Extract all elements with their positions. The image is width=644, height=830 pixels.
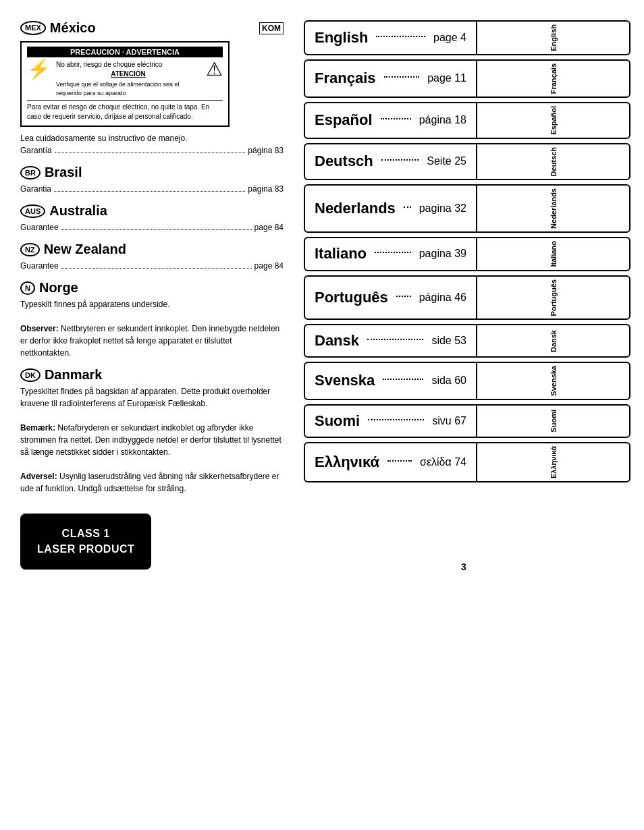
language-item-svenska[interactable]: Svenskasida 60Svenska (304, 362, 630, 400)
language-list: Englishpage 4EnglishFrançaispage 11Franç… (297, 13, 630, 557)
language-item-[interactable]: Ελληνικάσελίδα 74Ελληνικά (304, 442, 630, 482)
language-tab[interactable]: Italiano (476, 238, 629, 270)
newzealand-guarantee-line: Guarantee page 84 (20, 260, 284, 272)
language-name: English (315, 29, 368, 47)
mexico-badge: MEX (20, 21, 46, 34)
language-name: Deutsch (315, 153, 373, 170)
warning-text: No abrir, riesgo de choque eléctrico ATE… (56, 60, 200, 97)
language-page: σελίδα 74 (420, 456, 466, 468)
norge-heading: N Norge (20, 280, 284, 296)
brasil-title: Brasil (45, 165, 82, 180)
language-page: side 53 (431, 335, 466, 347)
australia-guarantee-line: Guarantee page 84 (20, 221, 284, 233)
language-tab[interactable]: Suomi (476, 406, 629, 437)
language-item-nederlands[interactable]: Nederlandspagina 32Nederlands (304, 184, 630, 233)
mexico-title: México (50, 20, 96, 36)
language-name: Italiano (315, 245, 367, 262)
language-tab[interactable]: Français (476, 61, 629, 96)
kom-label: KOM (259, 22, 284, 34)
attencion-title: ATENCIÓN (56, 70, 200, 79)
language-tab[interactable]: Español (476, 103, 629, 138)
page-container: MEX México KOM PRECAUCION · ADVERTENCIA … (14, 13, 630, 576)
language-item-suomi[interactable]: Suomisivu 67Suomi (304, 404, 630, 438)
language-tab[interactable]: Svenska (476, 363, 629, 399)
language-name: Svenska (315, 372, 375, 389)
danmark-title: Danmark (45, 367, 103, 383)
language-item-franais[interactable]: Françaispage 11Français (304, 59, 630, 98)
warning-triangle-icon: ⚠ (206, 60, 223, 79)
left-column: MEX México KOM PRECAUCION · ADVERTENCIA … (14, 13, 297, 576)
australia-title: Australia (49, 203, 107, 219)
language-page: pagina 39 (419, 248, 466, 260)
language-page: Seite 25 (427, 155, 466, 167)
language-item-dansk[interactable]: Danskside 53Dansk (304, 324, 630, 358)
language-name: Dansk (315, 332, 359, 350)
language-page: page 11 (427, 72, 466, 84)
lightning-icon: ⚡ (27, 60, 51, 79)
brasil-badge: BR (20, 166, 41, 179)
danmark-body: Typeskiltet findes på bagsidan af appara… (20, 385, 284, 495)
mexico-guarantee-line: Garantía página 83 (20, 144, 284, 157)
language-name: Nederlands (315, 200, 396, 217)
language-tab[interactable]: English (476, 22, 629, 54)
language-name: Ελληνικά (315, 453, 379, 471)
australia-heading: AUS Australia (20, 203, 284, 219)
right-column: Englishpage 4EnglishFrançaispage 11Franç… (297, 13, 630, 576)
language-item-english[interactable]: Englishpage 4English (304, 20, 630, 55)
warning-title: PRECAUCION · ADVERTENCIA (27, 47, 223, 57)
brasil-section: BR Brasil Garantia página 83 (20, 165, 284, 195)
language-name: Suomi (315, 412, 360, 430)
norge-body: Typeskilt finnes på apparatens underside… (20, 298, 284, 359)
language-page: página 46 (419, 292, 466, 304)
language-name: Español (315, 111, 373, 129)
language-page: page 4 (433, 32, 466, 44)
page-number: 3 (297, 557, 630, 576)
language-tab[interactable]: Ελληνικά (476, 443, 629, 481)
language-item-espaol[interactable]: Españolpágina 18Español (304, 102, 630, 139)
language-tab[interactable]: Deutsch (476, 144, 629, 179)
laser-product-box: CLASS 1 LASER PRODUCT (20, 514, 151, 570)
language-item-deutsch[interactable]: DeutschSeite 25Deutsch (304, 143, 630, 180)
brasil-guarantee-line: Garantia página 83 (20, 183, 284, 195)
mexico-section: MEX México KOM PRECAUCION · ADVERTENCIA … (20, 20, 284, 157)
language-page: pagina 32 (419, 202, 466, 215)
brasil-heading: BR Brasil (20, 165, 284, 180)
danmark-heading: DK Danmark (20, 367, 284, 383)
language-name: Français (315, 70, 376, 87)
norge-title: Norge (39, 280, 78, 296)
laser-product-text: CLASS 1 LASER PRODUCT (37, 526, 134, 557)
language-tab[interactable]: Nederlands (476, 186, 629, 231)
australia-section: AUS Australia Guarantee page 84 (20, 203, 284, 233)
newzealand-section: NZ New Zealand Guarantee page 84 (20, 242, 284, 272)
language-page: sida 60 (431, 375, 466, 387)
norge-section: N Norge Typeskilt finnes på apparatens u… (20, 280, 284, 359)
language-name: Português (315, 289, 388, 306)
mexico-warning-box: PRECAUCION · ADVERTENCIA ⚡ No abrir, rie… (20, 41, 230, 127)
danmark-badge: DK (20, 368, 41, 382)
mexico-body: Lea cuidadosamente su instructivo de man… (20, 132, 284, 157)
mexico-heading: MEX México KOM (20, 20, 284, 36)
warning-footer: Para evitar el riesgo de choque eléctric… (27, 100, 223, 121)
language-page: sivu 67 (432, 415, 466, 427)
danmark-section: DK Danmark Typeskiltet findes på bagsida… (20, 367, 284, 495)
language-item-italiano[interactable]: Italianopagina 39Italiano (304, 237, 630, 271)
language-page: página 18 (419, 114, 466, 126)
newzealand-heading: NZ New Zealand (20, 242, 284, 257)
norge-badge: N (20, 281, 35, 295)
newzealand-title: New Zealand (44, 242, 126, 257)
australia-badge: AUS (20, 204, 45, 218)
language-tab[interactable]: Dansk (476, 325, 629, 356)
language-item-portugus[interactable]: Portuguêspágina 46Português (304, 275, 630, 320)
newzealand-badge: NZ (20, 243, 40, 256)
language-tab[interactable]: Português (476, 277, 629, 319)
